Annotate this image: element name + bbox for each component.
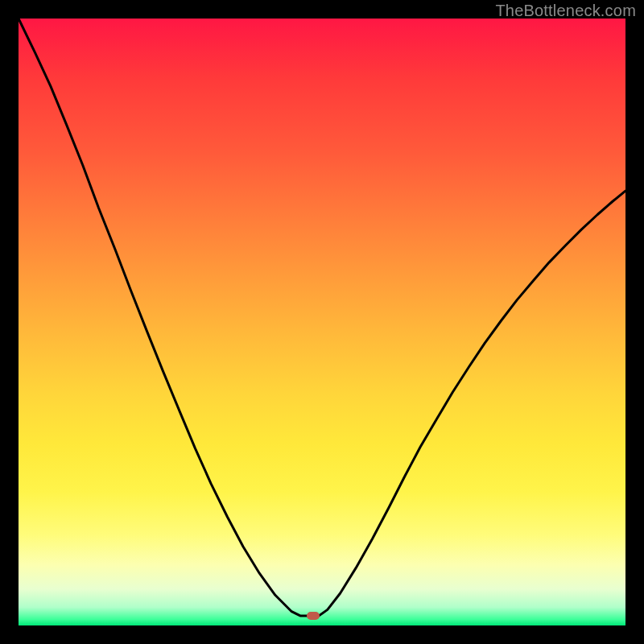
chart-frame: TheBottleneck.com — [0, 0, 644, 644]
watermark-text: TheBottleneck.com — [495, 2, 636, 20]
bottleneck-curve — [19, 19, 625, 625]
plot-area — [19, 19, 625, 625]
optimal-point-marker — [307, 612, 320, 620]
